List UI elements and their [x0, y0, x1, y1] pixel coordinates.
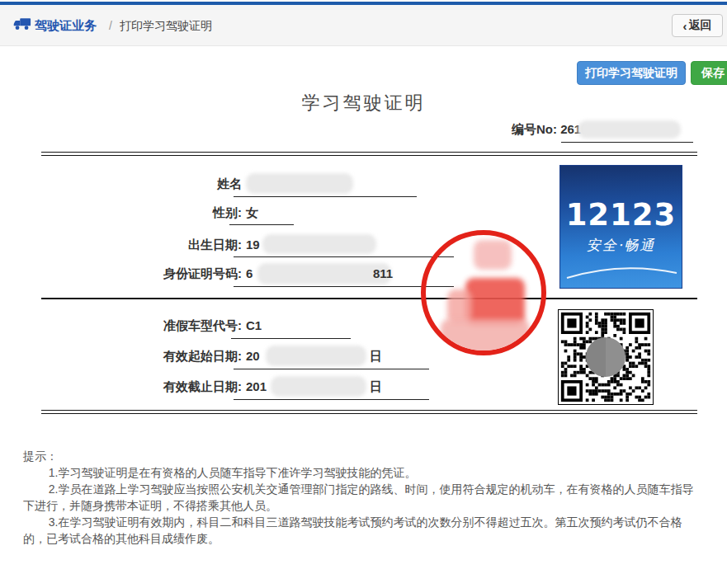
redaction-blur-serial [578, 120, 681, 139]
id-number-label: 身份证明号码: [33, 266, 242, 282]
gender-label: 性别: [33, 205, 242, 221]
id-number-suffix: 811 [373, 266, 393, 280]
breadcrumb-current: 打印学习驾驶证明 [120, 19, 212, 34]
field-underline [234, 256, 454, 257]
logo-number: 12123 [560, 197, 682, 233]
redaction-blur-stamp [441, 319, 530, 355]
logo-arc-icon [560, 256, 682, 285]
red-seal-stamp [421, 230, 546, 355]
separator-double-line-top [41, 152, 697, 156]
tips-item-3: 3.在学习驾驶证明有效期内，科目二和科目三道路驾驶技能考试预约考试的次数分别不得… [23, 514, 702, 547]
chevron-left-icon: ‹ [683, 19, 687, 33]
certificate-title: 学习驾驶证明 [0, 91, 727, 115]
valid-from-label: 有效起始日期: [33, 349, 242, 365]
gender-value: 女 [246, 205, 258, 221]
birth-date-value: 19 [246, 238, 260, 252]
redaction-blur-id [257, 263, 391, 285]
field-underline [561, 142, 693, 143]
valid-from-suffix: 日 [370, 349, 382, 365]
separator-double-line-bottom [41, 410, 697, 414]
serial-label: 编号No: [512, 122, 557, 136]
redaction-blur-name [246, 173, 353, 194]
name-label: 姓名 [33, 176, 242, 192]
truck-icon [13, 17, 31, 35]
birth-date-label: 出生日期: [33, 238, 242, 253]
valid-to-label: 有效截止日期: [33, 379, 242, 395]
qr-code [558, 309, 654, 405]
vehicle-type-value: C1 [246, 318, 262, 332]
redaction-blur-valid-from [266, 346, 366, 366]
field-underline [231, 338, 351, 339]
field-underline [234, 369, 429, 369]
app-logo-12123: 12123 安全·畅通 [559, 165, 682, 289]
field-underline [234, 196, 417, 197]
tips-heading: 提示： [23, 448, 702, 464]
logo-slogan: 安全·畅通 [560, 236, 682, 255]
field-underline [234, 399, 429, 400]
valid-from-prefix: 20 [246, 349, 260, 363]
print-certificate-button[interactable]: 打印学习驾驶证明 [577, 61, 686, 85]
serial-number: 编号No: 2610 [512, 122, 588, 138]
valid-to-prefix: 201 [246, 379, 267, 393]
tips-section: 提示： 1.学习驾驶证明是在有资格的人员随车指导下准许学习驾驶技能的凭证。 2.… [23, 448, 702, 547]
field-underline [229, 224, 294, 225]
redaction-blur-stamp [474, 240, 512, 270]
id-number-prefix: 6 [246, 266, 253, 280]
vehicle-type-label: 准假车型代号: [33, 318, 242, 334]
separator-line-middle [41, 298, 697, 299]
back-button-label: 返回 [689, 18, 712, 33]
tips-item-2: 2.学员在道路上学习驾驶应当按照公安机关交通管理部门指定的路线、时间，使用符合规… [23, 481, 702, 514]
save-button[interactable]: 保存 [691, 61, 727, 85]
breadcrumb-root[interactable]: 驾驶证业务 [35, 18, 97, 34]
qr-code-pattern [559, 311, 652, 403]
breadcrumb-separator: / [109, 19, 112, 32]
tips-item-1: 1.学习驾驶证明是在有资格的人员随车指导下准许学习驾驶技能的凭证。 [23, 464, 702, 481]
back-button[interactable]: ‹ 返回 [672, 14, 723, 37]
valid-to-suffix: 日 [370, 379, 382, 395]
redaction-blur-valid-to [271, 376, 366, 397]
redaction-blur-birth [262, 234, 376, 254]
